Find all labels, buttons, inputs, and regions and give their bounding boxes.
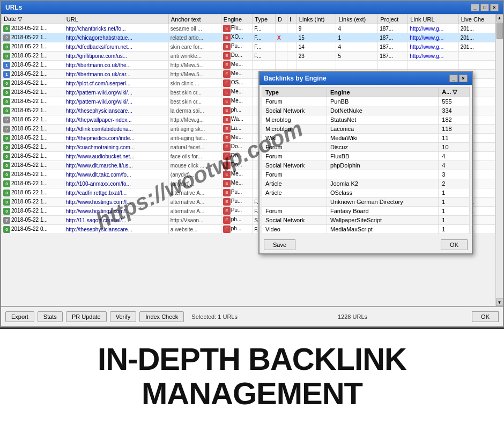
modal-table-row[interactable]: Article OSclass 1 [262,188,470,198]
table-row[interactable]: 02018-05-22 1... http://dfedbacks/forum.… [2,42,495,52]
col-links-int[interactable]: Links (int) [297,14,336,24]
scroll-up-arrow[interactable]: ▲ [496,14,503,21]
cell-url: http://www.audiobucket.net... [64,152,168,161]
vertical-scrollbar[interactable]: ▲ ▼ [495,14,503,306]
cell-links-ext: 5 [336,52,378,61]
date-badge: 1 [3,71,10,78]
engine-icon: E [223,152,231,160]
close-button[interactable]: × [490,4,499,11]
stats-button[interactable]: Stats [38,311,63,322]
cell-project: 187... [378,33,408,42]
col-anchor[interactable]: Anchor text [168,14,221,24]
cell-date: 02018-05-22 1... [2,42,64,52]
col-d[interactable]: D [275,14,287,24]
modal-cell-type: Forum [262,97,327,106]
col-project[interactable]: Project [378,14,408,24]
scroll-down-arrow[interactable]: ▼ [496,298,503,306]
index-check-button[interactable]: Index Check [139,311,184,322]
modal-table-row[interactable]: Microblog Laconica 118 [262,125,470,134]
export-button[interactable]: Export [5,311,34,322]
modal-cell-engine: Unknown German Directory [327,198,438,207]
bottom-banner: IN-DEPTH BACKLINK MANAGEMENT [0,327,504,423]
modal-table-row[interactable]: Forum 3 [262,170,470,179]
table-row[interactable]: 12018-05-22 1... http://ibertmann.co.uk/… [2,61,495,70]
modal-table-row[interactable]: Forum Discuz 10 [262,143,470,152]
col-engine[interactable]: Engine [221,14,252,24]
engine-icon: E [223,207,231,215]
modal-save-button[interactable]: Save [264,239,295,250]
cell-url: http://www.hostings.com/f... [64,207,168,216]
cell-date: 02018-05-22 1... [2,79,64,88]
modal-table-row[interactable]: Wiki MediaWiki 11 [262,134,470,143]
modal-cell-count: 4 [439,161,470,170]
modal-table-row[interactable]: Microblog StatusNet 182 [262,115,470,125]
modal-title-text: Backlinks by Engine [264,75,327,82]
cell-anchor: sesame oil ... [168,24,221,33]
cell-link-url [408,61,458,70]
modal-cell-count: 1 [439,207,470,216]
col-link-url[interactable]: Link URL [408,14,458,24]
cell-date: ?2018-05-22 1... [2,115,64,125]
cell-anchor: http://Mew.5... [168,61,221,70]
modal-col-type[interactable]: Type [262,87,327,97]
modal-cell-engine: DotNetNuke [327,106,438,115]
modal-table-row[interactable]: Social Network WallpaperSiteScript 1 [262,216,470,225]
cell-anchor: anti-aging fac... [168,134,221,143]
minimize-button[interactable]: _ [471,4,479,11]
verify-button[interactable]: Verify [110,311,137,322]
cell-date: 02018-05-22 1... [2,170,64,179]
cell-date: 12018-05-22 1... [2,70,64,79]
modal-table-row[interactable]: Social Network phpDolphin 4 [262,161,470,170]
engine-icon: E [223,89,231,96]
cell-type: F... [253,52,276,61]
maximize-button[interactable]: □ [480,4,489,11]
bottom-toolbar: Export Stats PR Update Verify Index Chec… [1,306,503,326]
cell-anchor: mouse click ... [168,161,221,170]
col-links-ext[interactable]: Links (ext) [336,14,378,24]
date-badge: 0 [3,162,10,169]
table-row[interactable]: 02018-05-22 1... http://chantbricks.net/… [2,24,495,33]
date-badge: 0 [3,199,10,206]
date-badge: 0 [3,226,10,233]
modal-table-row[interactable]: Unknown German Directory 1 [262,198,470,207]
engine-icon: E [223,107,231,114]
cell-url: http://thesephysicianscare... [64,225,168,234]
modal-body: Type Engine A... ▽ Forum PunBB 555 Socia… [260,85,472,236]
col-i[interactable]: I [287,14,297,24]
cell-date: 02018-05-22 1... [2,188,64,198]
date-badge: 0 [3,171,10,178]
main-ok-button[interactable]: OK [472,311,499,322]
col-url[interactable]: URL [64,14,168,24]
col-date[interactable]: Date ▽ [2,14,64,24]
engine-icon: E [223,225,231,233]
table-row[interactable]: ?2018-05-22 1... http://chicagorehabstra… [2,33,495,42]
col-live[interactable]: Live Che [458,14,495,24]
engine-icon: E [223,34,231,41]
modal-table-row[interactable]: Social Network DotNetNuke 334 [262,106,470,115]
date-badge: 0 [3,180,10,187]
cell-url: http://thepmedics.com/inde... [64,134,168,143]
modal-table-row[interactable]: Forum PunBB 555 [262,97,470,106]
modal-col-engine[interactable]: Engine [327,87,438,97]
date-badge: 0 [3,107,10,114]
engine-icon: E [223,116,231,123]
pr-update-button[interactable]: PR Update [66,311,107,322]
modal-table-row[interactable]: Article Joomla K2 2 [262,179,470,188]
modal-table-row[interactable]: Forum Fantasy Board 1 [262,207,470,216]
date-badge: 0 [3,43,10,50]
modal-close-button[interactable]: × [459,75,468,82]
modal-cell-count: 3 [439,170,470,179]
cell-engine: EPu... [221,198,252,207]
modal-table-row[interactable]: Video MediaMaxScript 1 [262,225,470,234]
table-row[interactable]: 02018-05-22 1... http://griffitipone.com… [2,52,495,61]
modal-table-row[interactable]: Forum FluxBB 4 [262,152,470,161]
col-type[interactable]: Type [253,14,276,24]
date-badge: ? [3,217,10,224]
scroll-thumb[interactable] [496,23,503,39]
modal-col-count[interactable]: A... ▽ [439,87,470,97]
modal-cell-engine: WallpaperSiteScript [327,216,438,225]
modal-ok-button[interactable]: OK [441,239,468,250]
modal-cell-engine: PunBB [327,97,438,106]
window-title: URLs [5,4,22,11]
modal-minimize-button[interactable]: _ [449,75,458,82]
